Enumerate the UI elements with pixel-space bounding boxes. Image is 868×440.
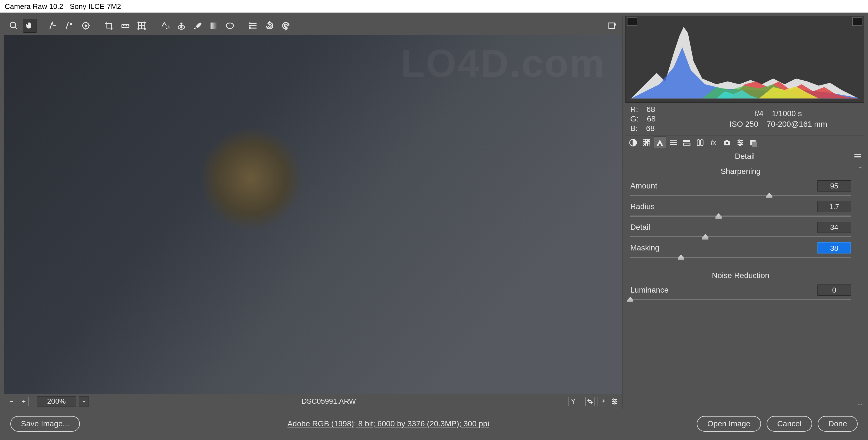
iso-value: ISO 250 bbox=[730, 120, 758, 129]
cancel-button[interactable]: Cancel bbox=[767, 416, 812, 432]
panel-menu-icon[interactable] bbox=[854, 154, 862, 159]
masking-label: Masking bbox=[630, 243, 817, 252]
r-value: 68 bbox=[647, 105, 655, 114]
scroll-down-icon[interactable]: ﹀ bbox=[856, 402, 864, 409]
scroll-up-icon[interactable]: ︿ bbox=[856, 163, 864, 170]
zoom-in-button[interactable]: + bbox=[19, 397, 29, 406]
svg-rect-54 bbox=[697, 140, 700, 145]
svg-point-27 bbox=[181, 27, 182, 28]
luminance-value[interactable]: 0 bbox=[817, 284, 851, 296]
masking-slider-row: Masking 38 bbox=[630, 242, 851, 261]
zoom-dropdown-icon[interactable] bbox=[79, 397, 89, 406]
target-adjust-tool-icon[interactable] bbox=[79, 19, 93, 33]
svg-rect-64 bbox=[752, 141, 757, 147]
svg-rect-53 bbox=[683, 143, 690, 145]
transform-tool-icon[interactable] bbox=[135, 19, 149, 33]
svg-point-58 bbox=[739, 140, 740, 141]
crop-tool-icon[interactable] bbox=[102, 19, 116, 33]
shutter-value: 1/1000 s bbox=[772, 109, 802, 118]
svg-point-0 bbox=[10, 22, 16, 28]
svg-rect-55 bbox=[701, 140, 703, 145]
preview-prefs-icon[interactable] bbox=[610, 397, 619, 406]
swap-preview-icon[interactable] bbox=[585, 397, 595, 406]
tab-hsl-icon[interactable] bbox=[667, 137, 679, 149]
radial-filter-tool-icon[interactable] bbox=[223, 19, 237, 33]
svg-point-40 bbox=[615, 401, 616, 402]
right-column: R:68 G:68 B:68 f/41/1000 s ISO 25070-200… bbox=[625, 16, 864, 409]
detail-slider[interactable] bbox=[630, 234, 851, 240]
footer: Save Image... Adobe RGB (1998); 8 bit; 6… bbox=[4, 411, 864, 436]
readout-panel: R:68 G:68 B:68 f/41/1000 s ISO 25070-200… bbox=[625, 102, 864, 135]
luminance-slider-row: Luminance 0 bbox=[630, 284, 851, 303]
done-button[interactable]: Done bbox=[818, 416, 858, 432]
straighten-tool-icon[interactable] bbox=[119, 19, 132, 33]
preferences-icon[interactable] bbox=[246, 19, 260, 33]
rotate-ccw-icon[interactable] bbox=[262, 19, 277, 33]
zoom-level[interactable]: 200% bbox=[37, 397, 76, 406]
rotate-cw-icon[interactable] bbox=[279, 19, 293, 33]
titlebar[interactable]: Camera Raw 10.2 - Sony ILCE-7M2 bbox=[0, 0, 868, 12]
hand-tool-icon[interactable] bbox=[23, 19, 37, 33]
image-preview[interactable]: LO4D.com bbox=[4, 35, 622, 394]
b-value: 68 bbox=[646, 124, 655, 133]
radius-value[interactable]: 1.7 bbox=[817, 201, 851, 212]
panel-tabs: fx bbox=[625, 135, 864, 150]
histogram[interactable] bbox=[625, 16, 864, 102]
svg-point-22 bbox=[144, 28, 145, 29]
open-image-button[interactable]: Open Image bbox=[697, 416, 761, 432]
workflow-link[interactable]: Adobe RGB (1998); 8 bit; 6000 by 3376 (2… bbox=[287, 419, 489, 428]
tab-lens-icon[interactable] bbox=[694, 137, 706, 149]
color-sampler-tool-icon[interactable] bbox=[63, 19, 76, 33]
tab-basic-icon[interactable] bbox=[627, 137, 639, 149]
svg-point-33 bbox=[249, 23, 250, 24]
svg-point-62 bbox=[739, 144, 741, 145]
panel-title: Detail bbox=[735, 152, 755, 161]
toolbar bbox=[4, 16, 622, 35]
svg-point-56 bbox=[725, 141, 728, 144]
zoom-out-button[interactable]: − bbox=[7, 397, 16, 406]
amount-slider[interactable] bbox=[630, 193, 851, 199]
brush-tool-icon[interactable] bbox=[190, 19, 205, 33]
white-balance-tool-icon[interactable] bbox=[46, 19, 60, 33]
masking-value[interactable]: 38 bbox=[817, 242, 851, 253]
spot-removal-tool-icon[interactable] bbox=[158, 19, 172, 33]
tab-tonecurve-icon[interactable] bbox=[640, 137, 653, 149]
amount-value[interactable]: 95 bbox=[817, 180, 851, 192]
panel-body: Sharpening Amount 95 Radius 1.7 bbox=[625, 163, 856, 409]
histogram-svg bbox=[631, 25, 859, 99]
preview-mode-y-icon[interactable]: Y bbox=[568, 397, 578, 406]
svg-rect-28 bbox=[211, 23, 217, 29]
main-row: LO4D.com − + 200% DSC05991.ARW Y bbox=[4, 16, 864, 409]
content-area: LO4D.com − + 200% DSC05991.ARW Y bbox=[0, 12, 868, 440]
tab-effects-icon[interactable]: fx bbox=[707, 137, 720, 149]
b-label: B: bbox=[630, 124, 638, 133]
tab-camera-icon[interactable] bbox=[721, 137, 733, 149]
svg-point-23 bbox=[166, 26, 169, 29]
graduated-filter-tool-icon[interactable] bbox=[207, 19, 221, 33]
left-column: LO4D.com − + 200% DSC05991.ARW Y bbox=[4, 16, 622, 409]
tab-detail-icon[interactable] bbox=[654, 137, 666, 149]
window-title: Camera Raw 10.2 - Sony ILCE-7M2 bbox=[5, 2, 121, 11]
preview-content bbox=[4, 35, 622, 394]
radius-slider[interactable] bbox=[630, 213, 851, 219]
zoom-tool-icon[interactable] bbox=[7, 19, 21, 33]
luminance-slider[interactable] bbox=[630, 297, 851, 303]
save-image-button[interactable]: Save Image... bbox=[10, 416, 80, 432]
tab-presets-icon[interactable] bbox=[734, 137, 746, 149]
amount-label: Amount bbox=[630, 181, 817, 191]
g-label: G: bbox=[630, 114, 639, 124]
luminance-label: Luminance bbox=[630, 285, 817, 295]
filename-label: DSC05991.ARW bbox=[302, 397, 356, 406]
panel-scrollbar[interactable]: ︿ ﹀ bbox=[856, 163, 864, 409]
toggle-fullscreen-icon[interactable] bbox=[606, 19, 619, 33]
preview-status-bar: − + 200% DSC05991.ARW Y bbox=[4, 394, 622, 409]
red-eye-tool-icon[interactable] bbox=[174, 19, 188, 33]
tab-snapshots-icon[interactable] bbox=[748, 137, 760, 149]
noise-header: Noise Reduction bbox=[630, 270, 851, 282]
masking-slider[interactable] bbox=[630, 255, 851, 261]
tab-splittone-icon[interactable] bbox=[681, 137, 693, 149]
detail-value[interactable]: 34 bbox=[817, 222, 851, 233]
svg-point-42 bbox=[614, 403, 615, 404]
copy-settings-icon[interactable] bbox=[597, 397, 607, 406]
aperture-value: f/4 bbox=[755, 109, 764, 118]
